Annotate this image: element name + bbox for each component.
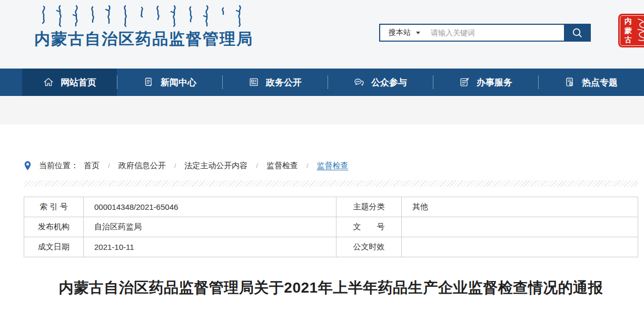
nav-item-label: 办事服务: [477, 76, 512, 89]
breadcrumb-item-home[interactable]: 首页: [84, 161, 100, 171]
nav-item-label: 公众参与: [371, 76, 407, 89]
meta-label-validity: 公文时效: [336, 237, 402, 257]
meta-value-validity: [402, 237, 638, 257]
hot-topics-icon: [564, 76, 576, 88]
public-participation-icon: [353, 76, 365, 88]
search-icon: [571, 26, 583, 39]
article-title: 内蒙古自治区药品监督管理局关于2021年上半年药品生产企业监督检查情况的通报: [24, 278, 638, 297]
main-navbar: 网站首页 新闻中心 政务公开: [0, 69, 644, 96]
nav-item-label: 热点专题: [582, 76, 618, 89]
mongolian-script-text: [38, 4, 248, 27]
meta-value-index-no: 000014348/2021-65046: [84, 197, 336, 217]
document-meta-table: 索 引 号 000014348/2021-65046 主题分类 其他 发布机构 …: [24, 197, 638, 257]
breadcrumb: 当前位置： 首页 / 政府信息公开 / 法定主动公开内容 / 监督检查 / 监督…: [24, 124, 638, 171]
breadcrumb-item-supervision[interactable]: 监督检查: [266, 161, 298, 171]
meta-label-doc-no: 文 号: [336, 217, 402, 237]
hatch-divider: [24, 180, 638, 187]
breadcrumb-item-current[interactable]: 监督检查: [317, 161, 349, 171]
nav-item-gov-open[interactable]: 政务公开: [222, 69, 328, 96]
nav-item-home[interactable]: 网站首页: [22, 69, 117, 96]
breadcrumb-label: 当前位置：: [39, 161, 78, 171]
location-pin-icon: [24, 161, 32, 171]
site-search: 搜本站: [379, 24, 591, 42]
breadcrumb-separator: /: [174, 162, 176, 170]
breadcrumb-item-gov-info[interactable]: 政府信息公开: [118, 161, 166, 171]
meta-value-issuer: 自治区药监局: [84, 217, 336, 237]
page: 内蒙古自治区药品监督管理局 搜本站 内 蒙 古: [0, 0, 644, 310]
meta-label-issuer: 发布机构: [24, 217, 84, 237]
news-icon: [143, 76, 154, 88]
search-button[interactable]: [564, 25, 590, 41]
nav-item-hot-topics[interactable]: 热点专题: [538, 69, 643, 96]
nav-item-public-participation[interactable]: 公众参与: [328, 69, 433, 96]
nav-item-label: 新闻中心: [161, 76, 196, 89]
breadcrumb-separator: /: [306, 162, 309, 170]
meta-value-doc-no: [402, 217, 638, 237]
search-scope-select[interactable]: 搜本站: [380, 25, 428, 41]
breadcrumb-item-statutory[interactable]: 法定主动公开内容: [184, 161, 247, 171]
nav-item-label: 网站首页: [61, 76, 96, 89]
search-scope-label: 搜本站: [389, 28, 411, 37]
site-header: 内蒙古自治区药品监督管理局 搜本站 内 蒙 古: [0, 0, 644, 69]
official-seal-inner: 内 蒙 古: [620, 15, 644, 46]
meta-label-topic: 主题分类: [336, 197, 402, 217]
seal-text: 内 蒙 古: [622, 17, 635, 44]
seal-calligraphy: [635, 17, 644, 44]
meta-value-topic: 其他: [402, 197, 638, 217]
table-row: 发布机构 自治区药监局 文 号: [24, 217, 638, 237]
chevron-down-icon: [416, 32, 420, 34]
breadcrumb-separator: /: [108, 162, 110, 170]
main-content: 当前位置： 首页 / 政府信息公开 / 法定主动公开内容 / 监督检查 / 监督…: [0, 124, 644, 297]
service-icon: [459, 76, 470, 88]
nav-item-label: 政务公开: [266, 76, 302, 89]
meta-label-date: 成文日期: [24, 237, 84, 257]
table-row: 索 引 号 000014348/2021-65046 主题分类 其他: [24, 197, 638, 217]
site-title[interactable]: 内蒙古自治区药品监督管理局: [34, 28, 253, 50]
meta-value-date: 2021-10-11: [84, 237, 336, 257]
breadcrumb-separator: /: [256, 162, 258, 170]
meta-label-index-no: 索 引 号: [24, 197, 84, 217]
site-logo[interactable]: 内蒙古自治区药品监督管理局: [34, 4, 253, 50]
table-row: 成文日期 2021-10-11 公文时效: [24, 237, 638, 257]
home-icon: [43, 76, 54, 88]
official-seal: 内 蒙 古: [618, 14, 644, 47]
header-sub-strip: [0, 96, 644, 124]
nav-item-news[interactable]: 新闻中心: [117, 69, 222, 96]
nav-item-services[interactable]: 办事服务: [433, 69, 538, 96]
search-input[interactable]: [428, 25, 564, 41]
gov-open-icon: [248, 76, 260, 88]
